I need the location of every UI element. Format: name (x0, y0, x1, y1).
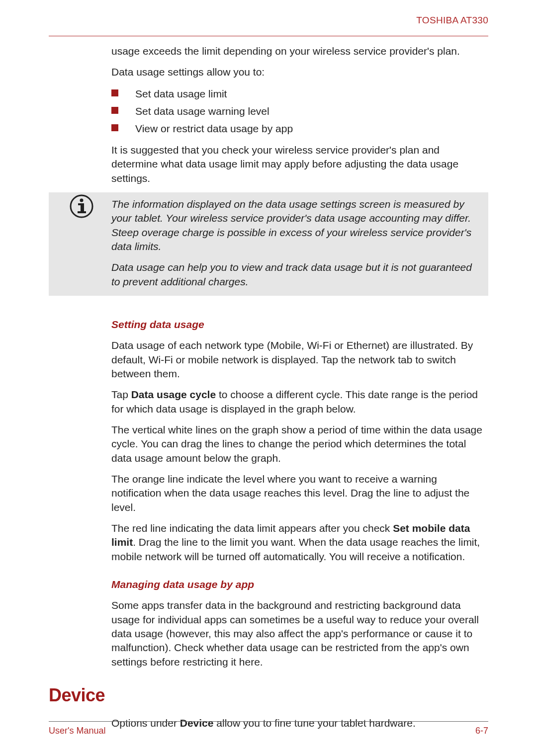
paragraph: It is suggested that you check your wire… (111, 143, 488, 185)
svg-rect-4 (78, 211, 86, 213)
section-heading-device: Device (49, 685, 488, 706)
note-callout: The information displayed on the data us… (49, 192, 488, 296)
svg-rect-3 (81, 203, 84, 212)
subheading-setting-data-usage: Setting data usage (111, 318, 488, 332)
paragraph: The orange line indicate the level where… (111, 472, 488, 514)
bullet-list: Set data usage limit Set data usage warn… (111, 86, 488, 136)
svg-point-1 (80, 198, 84, 202)
paragraph: Data usage of each network type (Mobile,… (111, 338, 488, 381)
paragraph: Data usage settings allow you to: (111, 65, 488, 79)
subheading-managing-data-usage: Managing data usage by app (111, 578, 488, 591)
note-paragraph: The information displayed on the data us… (111, 197, 483, 253)
paragraph: Some apps transfer data in the backgroun… (111, 598, 488, 669)
text: The red line indicating the data limit a… (111, 522, 393, 534)
note-paragraph: Data usage can help you to view and trac… (111, 260, 483, 289)
manual-page: TOSHIBA AT330 usage exceeds the limit de… (0, 0, 537, 756)
paragraph: Tap Data usage cycle to choose a differe… (111, 388, 488, 416)
paragraph: The red line indicating the data limit a… (111, 521, 488, 564)
text: . Drag the line to the limit you want. W… (111, 536, 480, 562)
list-item: Set data usage limit (111, 86, 488, 101)
main-content: usage exceeds the limit depending on you… (111, 44, 488, 669)
page-footer: User's Manual 6-7 (49, 721, 488, 736)
info-icon (70, 194, 93, 218)
footer-manual-label: User's Manual (49, 726, 105, 736)
footer-page-number: 6-7 (475, 726, 488, 736)
list-item: Set data usage warning level (111, 104, 488, 118)
text: Tap (111, 389, 131, 400)
product-header: TOSHIBA AT330 (49, 15, 488, 26)
list-item: View or restrict data usage by app (111, 121, 488, 136)
paragraph: The vertical white lines on the graph sh… (111, 423, 488, 465)
header-rule (49, 36, 488, 36)
footer-rule (49, 721, 488, 722)
bold-text: Data usage cycle (131, 389, 216, 400)
paragraph: usage exceeds the limit depending on you… (111, 44, 488, 58)
